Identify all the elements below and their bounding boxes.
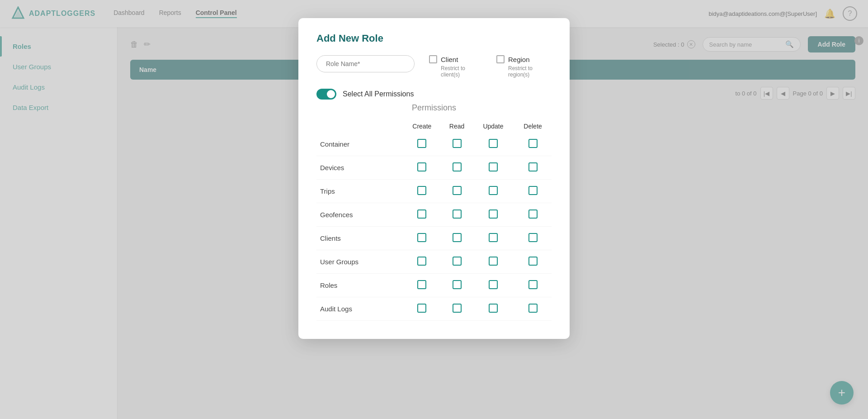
- perm-read-cell: [441, 274, 472, 297]
- perm-create-cell: [402, 250, 441, 274]
- region-checkbox[interactable]: [496, 55, 505, 63]
- client-restrict-text: Restrict to client(s): [441, 65, 482, 78]
- perm-col-read: Read: [441, 120, 472, 133]
- region-restrict-text: Restrict to region(s): [508, 65, 552, 78]
- perm-resource-name: Audit Logs: [316, 297, 402, 321]
- perm-update-checkbox-7[interactable]: [489, 304, 498, 313]
- select-all-row: Select All Permissions: [316, 89, 552, 100]
- perm-create-cell: [402, 133, 441, 156]
- overlay: Add New Role Client Restrict to client(s…: [0, 0, 868, 419]
- perm-create-checkbox-5[interactable]: [417, 257, 426, 266]
- perm-row: User Groups: [316, 250, 552, 274]
- perm-update-checkbox-1[interactable]: [489, 162, 498, 171]
- perm-create-cell: [402, 156, 441, 180]
- perm-create-checkbox-1[interactable]: [417, 162, 426, 171]
- perm-delete-cell: [514, 203, 552, 227]
- region-label: Region: [508, 56, 530, 63]
- perm-update-checkbox-6[interactable]: [489, 280, 498, 289]
- perm-update-cell: [472, 227, 514, 250]
- perm-read-cell: [441, 156, 472, 180]
- perm-delete-cell: [514, 156, 552, 180]
- perm-read-cell: [441, 227, 472, 250]
- perm-update-cell: [472, 156, 514, 180]
- perm-update-cell: [472, 274, 514, 297]
- perm-read-cell: [441, 297, 472, 321]
- client-checkbox-row: Client: [429, 55, 458, 63]
- perm-table-body: Container Devices Trips Geofences Client…: [316, 133, 552, 321]
- checkbox-group: Client Restrict to client(s) Region Rest…: [429, 55, 552, 78]
- perm-row: Devices: [316, 156, 552, 180]
- client-checkbox-item: Client Restrict to client(s): [429, 55, 482, 78]
- perm-create-checkbox-2[interactable]: [417, 186, 426, 195]
- perm-delete-cell: [514, 227, 552, 250]
- perm-read-cell: [441, 250, 472, 274]
- perm-resource-name: Devices: [316, 156, 402, 180]
- perm-read-checkbox-3[interactable]: [453, 210, 462, 219]
- perm-update-cell: [472, 250, 514, 274]
- perm-row: Audit Logs: [316, 297, 552, 321]
- perm-read-checkbox-5[interactable]: [453, 257, 462, 266]
- perm-delete-checkbox-1[interactable]: [528, 162, 538, 171]
- perm-create-cell: [402, 180, 441, 203]
- permissions-title: Permissions: [316, 103, 552, 113]
- perm-resource-name: Container: [316, 133, 402, 156]
- perm-delete-cell: [514, 274, 552, 297]
- perm-resource-name: User Groups: [316, 250, 402, 274]
- perm-delete-checkbox-2[interactable]: [528, 186, 538, 195]
- perm-read-cell: [441, 203, 472, 227]
- perm-update-checkbox-5[interactable]: [489, 257, 498, 266]
- select-all-toggle[interactable]: [316, 89, 336, 100]
- add-role-modal: Add New Role Client Restrict to client(s…: [298, 18, 570, 339]
- perm-update-checkbox-0[interactable]: [489, 139, 498, 148]
- perm-col-update: Update: [472, 120, 514, 133]
- perm-delete-cell: [514, 297, 552, 321]
- perm-delete-cell: [514, 180, 552, 203]
- perm-col-resource: [316, 120, 402, 133]
- perm-create-cell: [402, 203, 441, 227]
- perm-row: Geofences: [316, 203, 552, 227]
- perm-delete-checkbox-0[interactable]: [528, 139, 538, 148]
- perm-delete-checkbox-6[interactable]: [528, 280, 538, 289]
- perm-create-checkbox-4[interactable]: [417, 233, 426, 242]
- perm-col-create: Create: [402, 120, 441, 133]
- modal-title: Add New Role: [316, 33, 552, 44]
- perm-create-checkbox-0[interactable]: [417, 139, 426, 148]
- perm-row: Trips: [316, 180, 552, 203]
- perm-update-checkbox-3[interactable]: [489, 210, 498, 219]
- perm-resource-name: Roles: [316, 274, 402, 297]
- perm-resource-name: Clients: [316, 227, 402, 250]
- perm-read-checkbox-1[interactable]: [453, 162, 462, 171]
- perm-read-checkbox-6[interactable]: [453, 280, 462, 289]
- perm-update-cell: [472, 203, 514, 227]
- perm-row: Clients: [316, 227, 552, 250]
- perm-create-cell: [402, 297, 441, 321]
- perm-create-checkbox-7[interactable]: [417, 304, 426, 313]
- perm-create-checkbox-3[interactable]: [417, 210, 426, 219]
- perm-create-checkbox-6[interactable]: [417, 280, 426, 289]
- perm-update-cell: [472, 133, 514, 156]
- perm-read-checkbox-2[interactable]: [453, 186, 462, 195]
- region-checkbox-row: Region: [496, 55, 530, 63]
- perm-update-checkbox-2[interactable]: [489, 186, 498, 195]
- perm-row: Roles: [316, 274, 552, 297]
- role-name-input[interactable]: [316, 55, 415, 72]
- perm-resource-name: Geofences: [316, 203, 402, 227]
- modal-top-row: Client Restrict to client(s) Region Rest…: [316, 55, 552, 78]
- perm-update-cell: [472, 297, 514, 321]
- perm-delete-checkbox-5[interactable]: [528, 257, 538, 266]
- perm-read-checkbox-0[interactable]: [453, 139, 462, 148]
- perm-delete-checkbox-3[interactable]: [528, 210, 538, 219]
- client-label: Client: [441, 56, 458, 63]
- perm-delete-checkbox-7[interactable]: [528, 304, 538, 313]
- permissions-table: Create Read Update Delete Container Devi…: [316, 120, 552, 321]
- perm-delete-checkbox-4[interactable]: [528, 233, 538, 242]
- perm-delete-cell: [514, 250, 552, 274]
- client-checkbox[interactable]: [429, 55, 437, 63]
- perm-read-checkbox-7[interactable]: [453, 304, 462, 313]
- perm-read-checkbox-4[interactable]: [453, 233, 462, 242]
- toggle-knob: [327, 90, 335, 98]
- perm-update-cell: [472, 180, 514, 203]
- perm-update-checkbox-4[interactable]: [489, 233, 498, 242]
- perm-delete-cell: [514, 133, 552, 156]
- perm-read-cell: [441, 133, 472, 156]
